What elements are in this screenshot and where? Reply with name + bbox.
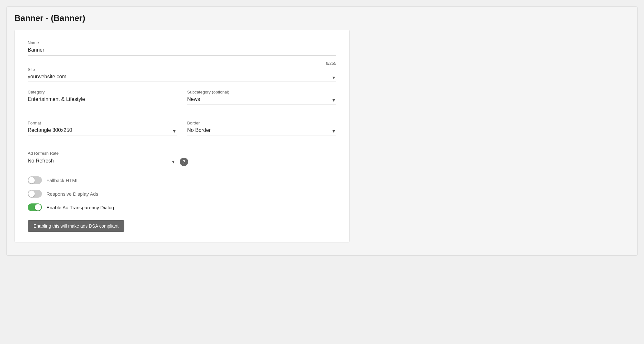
fallback-html-label: Fallback HTML [46, 178, 79, 183]
fallback-html-toggle-knob [28, 177, 35, 183]
form-card: Name Banner 6/255 Site yourwebsite.com ▾… [14, 30, 350, 242]
format-label: Format [28, 121, 177, 125]
toggles-section: Fallback HTML Responsive Display Ads Ena… [28, 176, 336, 211]
responsive-ads-toggle[interactable] [28, 190, 42, 198]
format-border-row: Format Rectangle 300x250 ▾ Border No Bor… [28, 121, 336, 143]
refresh-value: No Refresh [28, 158, 54, 163]
subcategory-dropdown-arrow: ▾ [332, 97, 335, 103]
transparency-toggle-row: Enable Ad Transparency Dialog [28, 203, 336, 211]
refresh-select[interactable]: No Refresh ▾ [28, 158, 176, 166]
subcategory-label: Subcategory (optional) [187, 90, 336, 94]
responsive-ads-toggle-row: Responsive Display Ads [28, 190, 336, 198]
transparency-label: Enable Ad Transparency Dialog [46, 205, 114, 210]
site-select[interactable]: yourwebsite.com ▾ [28, 74, 336, 82]
category-subcategory-row: Category Entertainment & Lifestyle Subca… [28, 90, 336, 113]
site-value: yourwebsite.com [28, 74, 336, 80]
site-field-group: 6/255 Site yourwebsite.com ▾ [28, 61, 336, 82]
fallback-html-toggle-row: Fallback HTML [28, 176, 336, 184]
border-dropdown-arrow: ▾ [332, 128, 335, 134]
page-wrapper: Banner - (Banner) Name Banner 6/255 Site… [6, 6, 638, 256]
category-value: Entertainment & Lifestyle [28, 96, 177, 105]
name-value: Banner [28, 47, 336, 56]
category-label: Category [28, 90, 177, 94]
border-label: Border [187, 121, 336, 125]
subcategory-field-group: Subcategory (optional) News ▾ [187, 90, 336, 105]
site-label: Site [28, 67, 336, 72]
name-label: Name [28, 40, 336, 45]
category-field-group: Category Entertainment & Lifestyle [28, 90, 177, 105]
subcategory-select[interactable]: News ▾ [187, 96, 336, 104]
name-field-block: Name Banner [28, 40, 336, 56]
format-select[interactable]: Rectangle 300x250 ▾ [28, 127, 177, 135]
responsive-ads-label: Responsive Display Ads [46, 191, 98, 197]
transparency-toggle[interactable] [28, 203, 42, 211]
ad-refresh-label: Ad Refresh Rate [28, 151, 336, 156]
transparency-toggle-knob [35, 204, 41, 211]
page-title: Banner - (Banner) [14, 13, 630, 23]
border-value: No Border [187, 127, 336, 133]
dsa-button[interactable]: Enabling this will make ads DSA complian… [28, 220, 124, 232]
subcategory-value: News [187, 96, 336, 102]
format-field-group: Format Rectangle 300x250 ▾ [28, 121, 177, 135]
format-value: Rectangle 300x250 [28, 127, 177, 133]
refresh-dropdown-arrow: ▾ [172, 159, 175, 165]
border-select[interactable]: No Border ▾ [187, 127, 336, 135]
char-count: 6/255 [28, 61, 336, 66]
border-field-group: Border No Border ▾ [187, 121, 336, 135]
refresh-row: No Refresh ▾ ? [28, 158, 336, 166]
ad-refresh-field-group: Ad Refresh Rate No Refresh ▾ ? [28, 151, 336, 166]
site-dropdown-arrow: ▾ [332, 74, 335, 81]
fallback-html-toggle[interactable] [28, 176, 42, 184]
responsive-ads-toggle-knob [28, 191, 35, 197]
format-dropdown-arrow: ▾ [173, 128, 176, 134]
refresh-help-icon[interactable]: ? [180, 158, 188, 166]
